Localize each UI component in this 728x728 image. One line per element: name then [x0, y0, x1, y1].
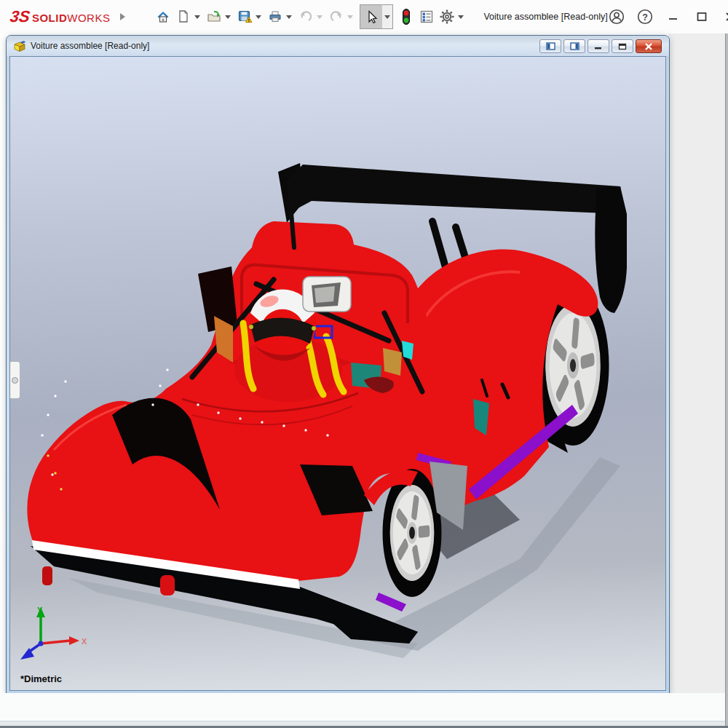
- logo-solid: SOLID: [32, 12, 67, 24]
- doc-restore-icon: [618, 43, 627, 50]
- document-titlebar[interactable]: Voiture assomblee [Read-only]: [7, 36, 669, 56]
- orientation-triad[interactable]: Y X: [19, 606, 92, 664]
- minimize-button[interactable]: [665, 8, 682, 25]
- properties-list-icon: [419, 9, 434, 24]
- window-controls: ?: [608, 8, 728, 25]
- assembly-document-icon: [14, 40, 26, 52]
- home-icon: [156, 9, 170, 24]
- close-icon: [724, 11, 728, 23]
- home-button[interactable]: [153, 6, 173, 28]
- doc-restore-button[interactable]: [612, 39, 633, 53]
- handle-knob-icon: [12, 377, 18, 384]
- account-button[interactable]: [608, 8, 625, 25]
- main-toolbar: 3S SOLID WORKS: [0, 0, 728, 33]
- print-icon: [268, 9, 282, 24]
- settings-button[interactable]: [437, 6, 457, 28]
- maximize-icon: [696, 11, 708, 23]
- graphics-viewport[interactable]: Y X *Dimetric: [9, 56, 666, 691]
- gear-icon: [439, 9, 455, 25]
- document-title: Voiture assomblee [Read-only]: [31, 41, 149, 51]
- toggle-right-pane-button[interactable]: [563, 39, 585, 53]
- race-car-3d-model: [10, 57, 665, 690]
- document-window: Voiture assomblee [Read-only]: [6, 35, 670, 695]
- select-tool-button[interactable]: [360, 5, 382, 28]
- redo-button[interactable]: [326, 6, 347, 28]
- new-document-icon: [176, 9, 191, 24]
- redo-dropdown[interactable]: [347, 15, 353, 19]
- help-button[interactable]: ?: [636, 8, 654, 25]
- save-button[interactable]: [234, 6, 255, 28]
- right-margin-area: [668, 33, 725, 728]
- doc-close-icon: [644, 43, 653, 50]
- help-icon: ?: [636, 8, 654, 25]
- open-button[interactable]: [204, 6, 224, 28]
- x-axis-arrow: [69, 636, 79, 645]
- new-document-dropdown[interactable]: [194, 15, 200, 19]
- options-list-button[interactable]: [416, 6, 437, 28]
- doc-minimize-icon: [594, 43, 603, 50]
- select-tool-dropdown[interactable]: [382, 5, 392, 28]
- logo-works: WORKS: [67, 12, 110, 24]
- print-dropdown[interactable]: [286, 15, 292, 19]
- select-tool-group: [360, 4, 393, 29]
- toolbar-flyout-arrow-icon[interactable]: [120, 13, 125, 20]
- right-window-edge: [725, 33, 728, 728]
- save-icon: [237, 9, 253, 24]
- status-strip: [0, 721, 725, 726]
- open-dropdown[interactable]: [225, 15, 231, 19]
- feature-pane-collapse-handle[interactable]: [10, 361, 20, 399]
- save-dropdown[interactable]: [256, 15, 261, 19]
- maximize-button[interactable]: [693, 8, 711, 25]
- redo-icon: [329, 9, 344, 24]
- solidworks-logo: 3S SOLID WORKS: [10, 7, 110, 26]
- select-cursor-icon: [364, 9, 379, 24]
- bottom-margin-area: [0, 693, 725, 728]
- close-button[interactable]: [721, 8, 728, 25]
- logo-3s-glyph: 3S: [9, 7, 31, 26]
- open-folder-icon: [207, 9, 222, 24]
- toggle-left-pane-button[interactable]: [539, 39, 561, 53]
- undo-button[interactable]: [296, 6, 316, 28]
- y-axis-label: Y: [37, 606, 43, 614]
- minimize-icon: [668, 11, 679, 23]
- new-document-button[interactable]: [173, 6, 194, 28]
- document-window-controls: [539, 39, 662, 53]
- svg-text:?: ?: [642, 12, 648, 23]
- x-axis-label: X: [82, 637, 87, 646]
- settings-dropdown[interactable]: [458, 15, 464, 19]
- doc-close-button[interactable]: [636, 39, 662, 53]
- rebuild-button[interactable]: [396, 6, 416, 28]
- account-icon: [608, 8, 625, 25]
- print-button[interactable]: [265, 6, 285, 28]
- right-pane-icon: [570, 42, 579, 50]
- undo-icon: [298, 9, 313, 24]
- view-orientation-label: *Dimetric: [20, 673, 62, 684]
- solidworks-app-window: { "window": { "title": "Voiture assomble…: [0, 0, 728, 728]
- undo-dropdown[interactable]: [317, 15, 323, 19]
- left-pane-icon: [546, 42, 555, 50]
- doc-minimize-button[interactable]: [587, 39, 609, 53]
- traffic-light-icon: [400, 8, 412, 25]
- quick-access-toolbar: [153, 4, 467, 29]
- window-title: Voiture assomblee [Read-only]: [483, 12, 607, 22]
